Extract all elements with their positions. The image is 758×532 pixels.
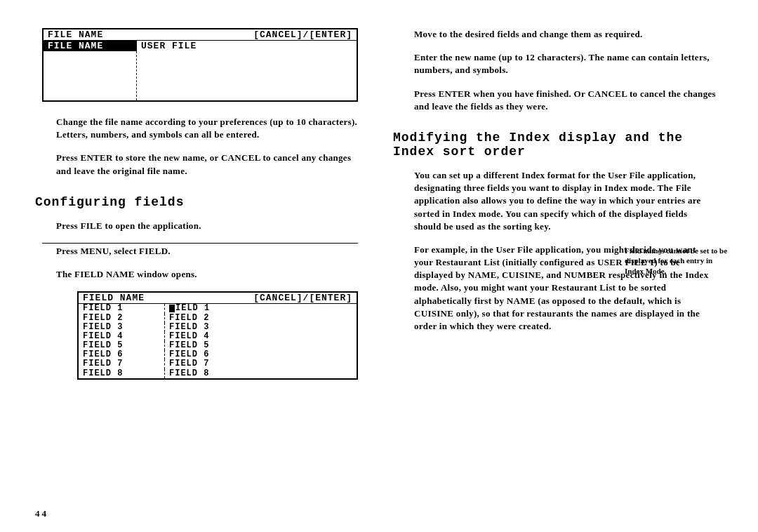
field-value: IELD 1 [165,304,214,313]
field-label: FIELD 2 [79,314,165,323]
section-heading: Configuring fields [35,195,365,209]
table-row: FIELD 2FIELD 2 [79,314,357,323]
body-text: Press FILE to open the application. [35,220,365,232]
field-value: FIELD 3 [165,323,213,332]
margin-note: Field names cannot be set to be displaye… [625,246,730,276]
window-title: FIELD NAME [83,293,145,303]
field-value: FIELD 7 [165,359,213,368]
body-text: Press ENTER to store the new name, or CA… [35,152,365,177]
window-buttons: [CANCEL]/[ENTER] [253,293,352,303]
text-cursor-icon [169,305,175,312]
body-text: Press ENTER when you have finished. Or C… [393,88,723,113]
field-value: FIELD 8 [165,369,213,378]
table-row: FIELD 7FIELD 7 [79,359,357,368]
field-value: USER FILE [137,41,357,51]
field-label: FIELD 8 [79,369,165,378]
field-label: FIELD 7 [79,359,165,368]
table-row: FIELD 8FIELD 8 [79,369,357,378]
body-text: The FIELD NAME window opens. [35,268,365,281]
field-label: FIELD 3 [79,323,165,332]
field-label: FILE NAME [44,41,137,51]
field-value: FIELD 2 [165,314,213,323]
field-name-window: FIELD NAME [CANCEL]/[ENTER] FIELD 1IELD … [77,291,358,380]
divider [42,243,358,244]
body-text: Change the file name according to your p… [35,116,365,141]
window-title: FILE NAME [48,29,103,40]
table-row: FIELD 3FIELD 3 [79,323,357,332]
section-heading: Modifying the Index display and the Inde… [393,131,723,159]
page-number: 44 [35,508,48,519]
table-row: FIELD 1IELD 1 [79,304,357,313]
body-text: Enter the new name (up to 12 characters)… [393,51,723,77]
body-text: Press MENU, select FIELD. [35,245,365,258]
window-buttons: [CANCEL]/[ENTER] [253,29,352,40]
body-text: Move to the desired fields and change th… [393,28,723,41]
body-text: You can set up a different Index format … [393,169,723,233]
field-label: FIELD 1 [79,304,165,313]
file-name-window: FILE NAME [CANCEL]/[ENTER] FILE NAME USE… [42,28,358,102]
